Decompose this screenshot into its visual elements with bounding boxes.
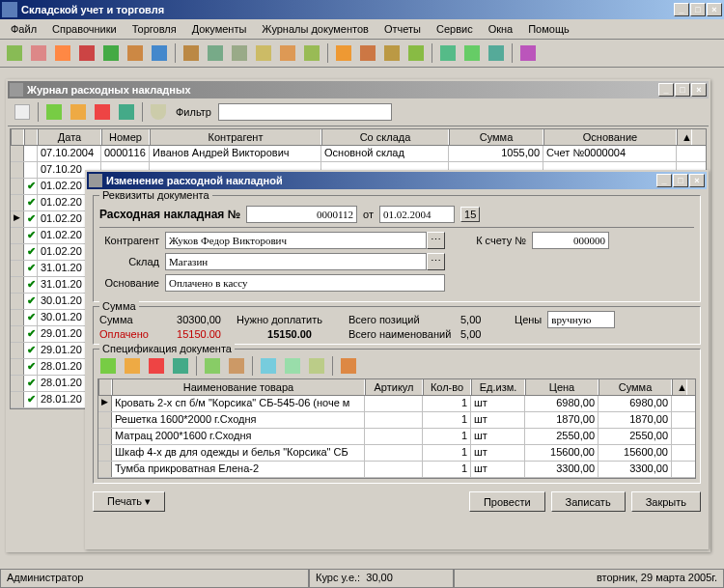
menu-journals[interactable]: Журналы документов bbox=[255, 21, 376, 37]
col-article[interactable]: Артикул bbox=[365, 379, 423, 395]
col-basis[interactable]: Основание bbox=[543, 129, 677, 145]
journal-minimize-button[interactable]: _ bbox=[658, 83, 674, 97]
col-name[interactable]: Наименование товара bbox=[112, 379, 365, 395]
cell-name: Тумба прикроватная Елена-2 bbox=[112, 462, 365, 477]
filter-input[interactable] bbox=[218, 103, 392, 121]
prices-input[interactable] bbox=[547, 311, 615, 328]
doc-number-input[interactable] bbox=[246, 206, 357, 223]
col-scroll[interactable]: ▲ bbox=[672, 379, 687, 395]
tool-11[interactable] bbox=[253, 42, 274, 64]
spec-add[interactable] bbox=[97, 355, 119, 377]
doc-date-input[interactable] bbox=[379, 206, 455, 223]
table-row[interactable]: 07.10.20040000116Иванов Андрей Викторови… bbox=[11, 146, 706, 162]
menu-service[interactable]: Сервис bbox=[430, 21, 480, 37]
menu-help[interactable]: Помощь bbox=[521, 21, 576, 37]
save-button[interactable]: Записать bbox=[551, 491, 626, 512]
spec-refresh[interactable] bbox=[170, 355, 191, 377]
journal-tool-add[interactable] bbox=[43, 101, 65, 123]
journal-tool-edit[interactable] bbox=[68, 101, 89, 123]
col-date[interactable]: Дата bbox=[38, 129, 101, 145]
sum-value: 30300,00 bbox=[177, 314, 221, 325]
tool-8[interactable] bbox=[181, 42, 202, 64]
close-button[interactable]: × bbox=[707, 3, 722, 16]
col-rowmark[interactable] bbox=[98, 379, 112, 395]
tool-4[interactable] bbox=[76, 42, 97, 64]
menu-refs[interactable]: Справочники bbox=[45, 21, 124, 37]
edit-close-button[interactable]: × bbox=[689, 174, 705, 187]
journal-tool-refresh[interactable] bbox=[116, 101, 137, 123]
date-picker-button[interactable]: 15 bbox=[460, 207, 480, 222]
sum-legend: Сумма bbox=[99, 300, 139, 312]
menu-file[interactable]: Файл bbox=[4, 21, 43, 37]
basis-input[interactable] bbox=[165, 274, 445, 292]
tool-9[interactable] bbox=[205, 42, 226, 64]
check-icon: ✔ bbox=[27, 212, 36, 224]
tool-5[interactable] bbox=[100, 42, 122, 64]
contragent-lookup-button[interactable]: ⋯ bbox=[427, 232, 445, 249]
tool-2[interactable] bbox=[28, 42, 49, 64]
spec-export[interactable] bbox=[338, 355, 359, 377]
tool-17[interactable] bbox=[405, 42, 427, 64]
table-row[interactable]: ▶Кровать 2-х сп б/м "Корсика" СБ-545-06 … bbox=[98, 396, 695, 412]
journal-maximize-button[interactable]: □ bbox=[675, 83, 690, 97]
journal-close-button[interactable]: × bbox=[691, 83, 707, 97]
table-row[interactable]: Решетка 1600*2000 г.Сходня1шт1870,001870… bbox=[98, 412, 695, 429]
maximize-button[interactable]: □ bbox=[690, 3, 706, 16]
warehouse-lookup-button[interactable]: ⋯ bbox=[427, 253, 445, 270]
menu-trade[interactable]: Торговля bbox=[125, 21, 183, 37]
tool-15[interactable] bbox=[357, 42, 378, 64]
journal-tool-delete[interactable] bbox=[92, 101, 113, 123]
tool-1[interactable] bbox=[4, 42, 25, 64]
col-check[interactable] bbox=[24, 129, 38, 145]
tool-10[interactable] bbox=[229, 42, 250, 64]
spec-move[interactable] bbox=[306, 355, 327, 377]
col-sum[interactable]: Сумма bbox=[449, 129, 543, 145]
menu-reports[interactable]: Отчеты bbox=[377, 21, 428, 37]
cell-contragent: Иванов Андрей Викторович bbox=[150, 146, 321, 161]
tool-19[interactable] bbox=[461, 42, 483, 64]
spec-paste[interactable] bbox=[282, 355, 303, 377]
tool-7[interactable] bbox=[149, 42, 170, 64]
tool-6[interactable] bbox=[125, 42, 146, 64]
spec-delete[interactable] bbox=[146, 355, 167, 377]
edit-maximize-button[interactable]: □ bbox=[673, 174, 688, 187]
print-button[interactable]: Печать ▾ bbox=[93, 491, 165, 512]
col-number[interactable]: Номер bbox=[101, 129, 150, 145]
tool-14[interactable] bbox=[333, 42, 354, 64]
account-input[interactable] bbox=[532, 232, 609, 249]
spec-copy[interactable] bbox=[258, 355, 279, 377]
col-price[interactable]: Цена bbox=[525, 379, 599, 395]
post-button[interactable]: Провести bbox=[469, 491, 545, 512]
col-warehouse[interactable]: Со склада bbox=[321, 129, 449, 145]
spec-doc1[interactable] bbox=[202, 355, 223, 377]
warehouse-input[interactable] bbox=[165, 253, 427, 270]
table-row[interactable]: Тумба прикроватная Елена-21шт3300,003300… bbox=[98, 462, 695, 478]
table-row[interactable]: Матрац 2000*1600 г.Сходня1шт2550,002550,… bbox=[98, 429, 695, 445]
col-contragent[interactable]: Контрагент bbox=[150, 129, 321, 145]
edit-minimize-button[interactable]: _ bbox=[656, 174, 672, 187]
table-row[interactable]: Шкаф 4-х дв для одежды и белья "Корсика"… bbox=[98, 445, 695, 462]
col-unit[interactable]: Ед.изм. bbox=[471, 379, 525, 395]
tool-18[interactable] bbox=[437, 42, 459, 64]
tool-13[interactable] bbox=[301, 42, 322, 64]
chart3-icon bbox=[488, 45, 504, 61]
col-sum[interactable]: Сумма bbox=[599, 379, 672, 395]
menu-windows[interactable]: Окна bbox=[482, 21, 520, 37]
col-qty[interactable]: Кол-во bbox=[423, 379, 471, 395]
journal-tool-filter[interactable] bbox=[148, 101, 169, 123]
menu-docs[interactable]: Документы bbox=[185, 21, 254, 37]
spec-edit[interactable] bbox=[122, 355, 143, 377]
close-button[interactable]: Закрыть bbox=[631, 491, 701, 512]
col-rowmark[interactable] bbox=[11, 129, 24, 145]
contragent-input[interactable] bbox=[165, 232, 427, 249]
tool-20[interactable] bbox=[486, 42, 507, 64]
minimize-button[interactable]: _ bbox=[674, 3, 689, 16]
tool-3[interactable] bbox=[52, 42, 73, 64]
cell-name: Решетка 1600*2000 г.Сходня bbox=[112, 412, 365, 428]
tool-21[interactable] bbox=[517, 42, 539, 64]
tool-16[interactable] bbox=[381, 42, 403, 64]
col-scroll[interactable]: ▲ bbox=[677, 129, 692, 145]
journal-tool-new[interactable] bbox=[12, 101, 33, 123]
tool-12[interactable] bbox=[277, 42, 298, 64]
spec-doc2[interactable] bbox=[226, 355, 247, 377]
